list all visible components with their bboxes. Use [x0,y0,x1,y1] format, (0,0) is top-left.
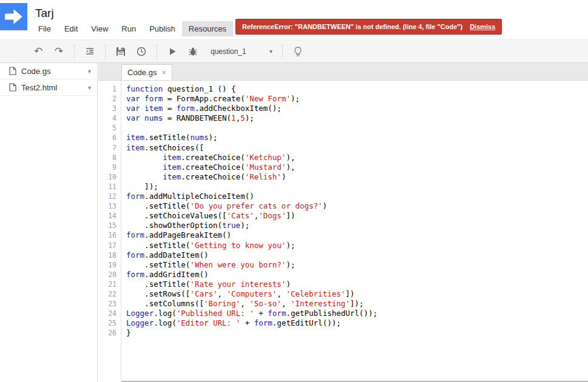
save-button[interactable] [112,43,129,60]
indent-button[interactable] [81,43,98,60]
code-line[interactable]: var nums = RANDBETWEEN(1,5); [126,113,377,123]
menu-publish[interactable]: Publish [143,21,182,36]
menu-view[interactable]: View [84,21,115,36]
code-editor[interactable]: 1234567891011121314151617181920212223242… [98,81,588,381]
code-line[interactable]: var item = form.addCheckboxItem(); [126,104,377,113]
code-line[interactable]: item.createChoice('Mustard'), [126,163,377,172]
code-content[interactable]: function question_1 () {var form = FormA… [121,81,377,381]
code-line[interactable]: .setTitle('Rate your interests') [126,280,377,289]
toolbar-separator [157,44,157,59]
chevron-down-icon[interactable]: ▾ [88,68,91,75]
line-number: 15 [98,221,117,230]
line-number: 4 [98,113,117,123]
menu-run[interactable]: Run [115,21,143,36]
menu-file[interactable]: File [32,21,58,36]
function-select-value: question_1 [211,47,246,56]
undo-button[interactable]: ↶ [30,43,47,60]
save-icon [115,46,126,57]
code-line[interactable]: Logger.log('Editor URL: ' + form.getEdit… [126,318,377,328]
code-line[interactable]: form.addPageBreakItem() [126,230,377,240]
code-line[interactable]: item.createChoice('Ketchup'), [126,153,377,163]
file-name: Test2.html [21,83,88,92]
line-number: 13 [98,201,117,211]
line-number: 21 [98,280,117,289]
line-number: 12 [98,192,117,201]
code-line[interactable]: function question_1 () { [126,84,377,94]
line-number: 20 [98,270,117,280]
trigger-button[interactable] [289,43,306,60]
line-number: 24 [98,309,117,318]
toolbar-separator [105,44,106,59]
file-sidebar: Code.gs ▾ Test2.html ▾ [0,63,98,382]
code-line[interactable]: .setTitle('Getting to know you'); [126,241,377,250]
line-number: 22 [98,289,117,299]
tab-label: Code.gs [127,68,157,77]
line-number-gutter: 1234567891011121314151617181920212223242… [98,81,121,381]
history-clock-icon [136,46,147,57]
code-line[interactable]: form.addGridItem() [126,270,377,280]
file-name: Code.gs [21,67,88,76]
project-title[interactable]: Tarj [35,7,54,20]
menu-edit[interactable]: Edit [58,21,84,36]
code-line[interactable]: .setChoiceValues(['Cats','Dogs']) [126,211,377,221]
debug-button[interactable] [184,43,201,60]
code-line[interactable]: form.addDateItem() [126,250,377,260]
code-line[interactable] [126,123,377,133]
line-number: 9 [98,163,117,172]
code-line[interactable]: .setTitle('Do you prefer cats or dogs?') [126,201,377,211]
redo-button[interactable]: ↷ [50,43,67,60]
editor-pane: Code.gs × 123456789101112131415161718192… [98,63,588,382]
redo-icon: ↷ [55,46,63,56]
code-line[interactable]: ]); [126,182,377,192]
execution-log-button[interactable] [133,43,150,60]
line-number: 3 [98,104,117,113]
function-select[interactable]: question_1 ▾ [211,47,272,56]
menubar: File Edit View Run Publish Resources Hel… [32,21,263,36]
menu-resources[interactable]: Resources [182,21,233,36]
code-line[interactable]: .setTitle('When were you born?'); [126,260,377,270]
arrow-icon [0,3,27,30]
line-number: 8 [98,153,117,163]
indent-icon [84,46,95,57]
toolbar: ↶ ↷ [0,39,588,63]
code-line[interactable]: Logger.log('Published URL: ' + form.getP… [126,309,377,318]
undo-icon: ↶ [34,46,42,56]
line-number: 26 [98,328,117,338]
file-item-test2-html[interactable]: Test2.html ▾ [0,79,97,96]
line-number: 5 [98,123,117,133]
lightbulb-icon [292,46,303,57]
file-item-code-gs[interactable]: Code.gs ▾ [0,63,97,79]
bug-icon [188,46,198,57]
code-line[interactable]: } [126,328,377,338]
line-number: 16 [98,230,117,240]
play-icon [167,46,178,57]
error-banner: ReferenceError: "RANDBETWEEN" is not def… [235,19,502,35]
code-line[interactable]: .showOtherOption(true); [126,221,377,230]
code-line[interactable]: .setRows(['Cars', 'Computers', 'Celebrit… [126,289,377,299]
code-line[interactable]: form.addMultipleChoiceItem() [126,192,377,201]
error-dismiss-link[interactable]: Dismiss [470,23,495,30]
tab-code-gs[interactable]: Code.gs × [121,64,172,80]
code-line[interactable]: .setColumns(['Boring', 'So-so', 'Interes… [126,299,377,309]
line-number: 25 [98,318,117,328]
code-line[interactable]: item.setTitle(nums); [126,133,377,142]
tab-close-icon[interactable]: × [161,68,166,77]
chevron-down-icon[interactable]: ▾ [88,84,91,91]
chevron-down-icon: ▾ [269,48,272,55]
code-line[interactable]: var form = FormApp.create('New Form'); [126,94,377,104]
file-icon [9,83,16,92]
toolbar-separator [74,44,75,59]
code-line[interactable]: item.setChoices([ [126,143,377,153]
code-line[interactable]: item.createChoice('Relish') [126,172,377,182]
error-text: ReferenceError: "RANDBETWEEN" is not def… [242,23,462,30]
apps-script-logo [0,3,27,30]
line-number: 1 [98,84,117,94]
run-button[interactable] [164,43,181,60]
line-number: 17 [98,241,117,250]
line-number: 2 [98,94,117,104]
line-number: 23 [98,299,117,309]
line-number: 7 [98,143,117,153]
file-icon [9,67,16,75]
toolbar-separator [282,44,283,59]
line-number: 14 [98,211,117,221]
